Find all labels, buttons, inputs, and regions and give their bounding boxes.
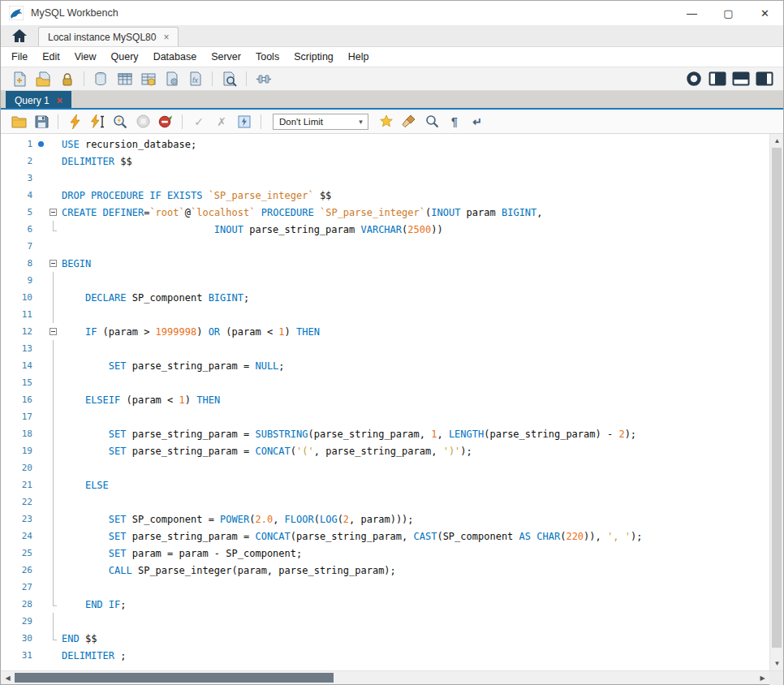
home-tab[interactable]: [1, 24, 38, 46]
create-table-button[interactable]: [114, 69, 136, 89]
code-line[interactable]: 14 SET parse_string_param = NULL;: [1, 357, 769, 374]
execute-current-button[interactable]: [87, 111, 108, 131]
fold-toggle-icon[interactable]: [50, 328, 57, 335]
code-line[interactable]: 30END $$: [1, 630, 769, 647]
scroll-down-arrow-icon[interactable]: ▼: [770, 657, 783, 670]
lock-button[interactable]: [56, 69, 78, 89]
vertical-scrollbar-thumb[interactable]: [772, 148, 782, 648]
limit-dropdown[interactable]: Don't Limit▾: [273, 114, 368, 130]
toggle-autocommit-button[interactable]: [234, 111, 255, 131]
line-number[interactable]: 14: [1, 360, 35, 371]
code-line[interactable]: 25 SET param = param - SP_component;: [1, 545, 769, 562]
menu-view[interactable]: View: [67, 49, 104, 65]
create-function-button[interactable]: fx: [184, 69, 206, 89]
toggle-stop-on-error-button[interactable]: [155, 111, 176, 131]
commit-button[interactable]: ✓: [188, 111, 209, 131]
menu-file[interactable]: File: [4, 49, 35, 65]
code-line[interactable]: 4DROP PROCEDURE IF EXISTS `SP_parse_inte…: [1, 187, 769, 204]
scroll-left-arrow-icon[interactable]: ◀: [1, 671, 15, 685]
stop-button[interactable]: [132, 111, 153, 131]
menu-help[interactable]: Help: [341, 49, 377, 65]
code-line[interactable]: 17: [1, 408, 769, 425]
code-line[interactable]: 8BEGIN: [1, 255, 769, 272]
open-script-button[interactable]: [8, 111, 29, 131]
execute-button[interactable]: [64, 111, 85, 131]
horizontal-scrollbar[interactable]: ◀ ▶: [1, 670, 783, 684]
code-line[interactable]: 16 ELSEIF (param < 1) THEN: [1, 391, 769, 408]
fold-toggle-icon[interactable]: [50, 260, 57, 267]
scroll-right-arrow-icon[interactable]: ▶: [756, 671, 769, 685]
horizontal-scrollbar-thumb[interactable]: [15, 673, 334, 683]
sql-editor[interactable]: 1USE recursion_database;2DELIMITER $$34D…: [1, 134, 783, 670]
explain-button[interactable]: [110, 111, 131, 131]
reconnect-server-button[interactable]: [252, 69, 274, 89]
line-number[interactable]: 17: [1, 411, 35, 422]
line-number[interactable]: 5: [1, 207, 35, 218]
line-number[interactable]: 1: [1, 139, 35, 149]
editor-lines[interactable]: 1USE recursion_database;2DELIMITER $$34D…: [1, 136, 769, 664]
code-line[interactable]: 20: [1, 459, 769, 476]
open-sql-script-button[interactable]: [32, 69, 54, 89]
line-number[interactable]: 31: [1, 650, 35, 661]
line-number[interactable]: 29: [1, 616, 35, 627]
line-number[interactable]: 15: [1, 377, 35, 388]
code-line[interactable]: 7: [1, 238, 769, 255]
account-button[interactable]: [683, 69, 704, 89]
code-line[interactable]: 21 ELSE: [1, 476, 769, 493]
layout-right-toggle-button[interactable]: [753, 69, 775, 89]
menu-server[interactable]: Server: [204, 49, 248, 65]
line-number[interactable]: 2: [1, 156, 35, 166]
code-line[interactable]: 24 SET parse_string_param = CONCAT(parse…: [1, 528, 769, 545]
line-number[interactable]: 25: [1, 548, 35, 558]
line-number[interactable]: 9: [1, 275, 35, 286]
code-line[interactable]: 28 END IF;: [1, 596, 769, 613]
query-tab-close-icon[interactable]: ×: [57, 96, 62, 106]
code-line[interactable]: 23 SET SP_component = POWER(2.0, FLOOR(L…: [1, 511, 769, 528]
line-number[interactable]: 19: [1, 446, 35, 456]
menu-database[interactable]: Database: [146, 49, 205, 65]
menu-query[interactable]: Query: [104, 49, 146, 65]
create-view-button[interactable]: [137, 69, 159, 89]
create-schema-button[interactable]: [90, 69, 112, 89]
code-line[interactable]: 11: [1, 306, 769, 323]
find-button[interactable]: [421, 111, 442, 131]
query-tab[interactable]: Query 1 ×: [6, 91, 71, 110]
rollback-button[interactable]: ✗: [211, 111, 232, 131]
code-line[interactable]: 5CREATE DEFINER=`root`@`localhost` PROCE…: [1, 204, 769, 221]
line-number[interactable]: 28: [1, 599, 35, 610]
line-number[interactable]: 3: [1, 173, 35, 183]
line-number[interactable]: 26: [1, 565, 35, 575]
save-snippet-button[interactable]: [376, 111, 397, 131]
line-number[interactable]: 22: [1, 497, 35, 507]
layout-bottom-toggle-button[interactable]: [730, 69, 752, 89]
code-line[interactable]: 10 DECLARE SP_component BIGINT;: [1, 289, 769, 306]
line-number[interactable]: 23: [1, 514, 35, 524]
code-line[interactable]: 2DELIMITER $$: [1, 153, 769, 170]
vertical-scrollbar[interactable]: ▲ ▼: [769, 134, 783, 670]
line-number[interactable]: 4: [1, 190, 35, 200]
code-line[interactable]: 15: [1, 374, 769, 391]
connection-tab[interactable]: Local instance MySQL80 ×: [38, 27, 179, 46]
save-script-button[interactable]: [31, 111, 52, 131]
line-number[interactable]: 11: [1, 309, 35, 320]
menu-scripting[interactable]: Scripting: [286, 49, 341, 65]
code-line[interactable]: 6 INOUT parse_string_param VARCHAR(2500)…: [1, 221, 769, 238]
code-line[interactable]: 12 IF (param > 1999998) OR (param < 1) T…: [1, 323, 769, 340]
close-button[interactable]: ✕: [747, 1, 783, 25]
search-table-data-button[interactable]: [218, 69, 240, 89]
fold-toggle-icon[interactable]: [50, 209, 57, 216]
line-number[interactable]: 21: [1, 480, 35, 490]
line-number[interactable]: 30: [1, 633, 35, 644]
menu-tools[interactable]: Tools: [248, 49, 286, 65]
menu-edit[interactable]: Edit: [35, 49, 67, 65]
line-number[interactable]: 16: [1, 394, 35, 405]
scroll-up-arrow-icon[interactable]: ▲: [770, 134, 783, 148]
code-line[interactable]: 1USE recursion_database;: [1, 136, 769, 153]
line-number[interactable]: 7: [1, 241, 35, 252]
code-line[interactable]: 3: [1, 170, 769, 187]
line-number[interactable]: 10: [1, 292, 35, 303]
layout-left-toggle-button[interactable]: [706, 69, 728, 89]
code-line[interactable]: 26 CALL SP_parse_integer(param, parse_st…: [1, 562, 769, 579]
line-number[interactable]: 8: [1, 258, 35, 269]
toggle-invisibles-button[interactable]: ¶: [444, 111, 465, 131]
